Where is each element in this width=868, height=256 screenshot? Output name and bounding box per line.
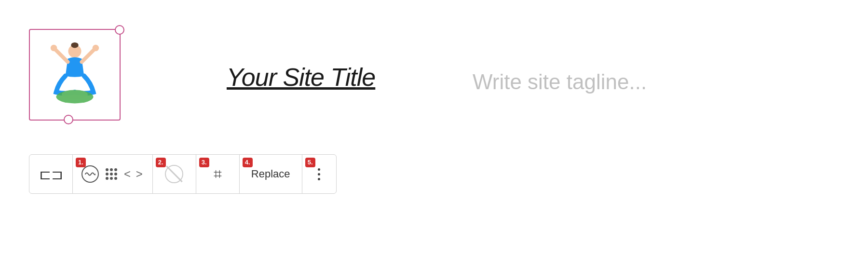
svg-point-3 [93, 45, 99, 52]
canvas: Your Site Title Write site tagline... ⊏⊐… [0, 0, 868, 256]
yoga-figure-icon [43, 41, 106, 108]
replace-label: Replace [251, 168, 290, 180]
site-title[interactable]: Your Site Title [227, 63, 375, 92]
toolbar-crop[interactable]: 3. ⌗ [196, 155, 240, 193]
badge-1: 1. [76, 158, 86, 167]
crop-icon: ⌗ [214, 166, 222, 183]
toolbar-filter[interactable]: 2. [153, 155, 196, 193]
resize-handle-top-right[interactable] [115, 25, 124, 35]
badge-2: 2. [156, 158, 166, 167]
toolbar-section-connector[interactable]: ⊏⊐ [29, 155, 73, 193]
section-connector-icon: ⊏⊐ [39, 166, 63, 183]
toolbar-replace[interactable]: 4. Replace [240, 155, 302, 193]
resize-handle-bottom[interactable] [64, 115, 73, 124]
disable-filter-icon [165, 165, 183, 183]
toolbar-image-tools[interactable]: 1. < > [73, 155, 153, 193]
badge-3: 3. [199, 158, 209, 167]
svg-point-5 [62, 90, 88, 99]
toolbar-more-options[interactable]: 5. [302, 155, 336, 193]
angle-brackets-icon: < > [124, 167, 144, 181]
svg-point-2 [51, 45, 57, 52]
toolbar: ⊏⊐ 1. < > 2. 3. ⌗ [29, 154, 337, 194]
badge-4: 4. [243, 158, 253, 167]
more-options-icon [318, 168, 320, 180]
badge-5: 5. [305, 158, 315, 167]
wave-filter-icon [81, 165, 99, 183]
logo-block[interactable] [29, 29, 121, 121]
svg-point-1 [71, 42, 78, 48]
site-tagline[interactable]: Write site tagline... [473, 70, 647, 94]
drag-grid-icon [106, 168, 117, 180]
